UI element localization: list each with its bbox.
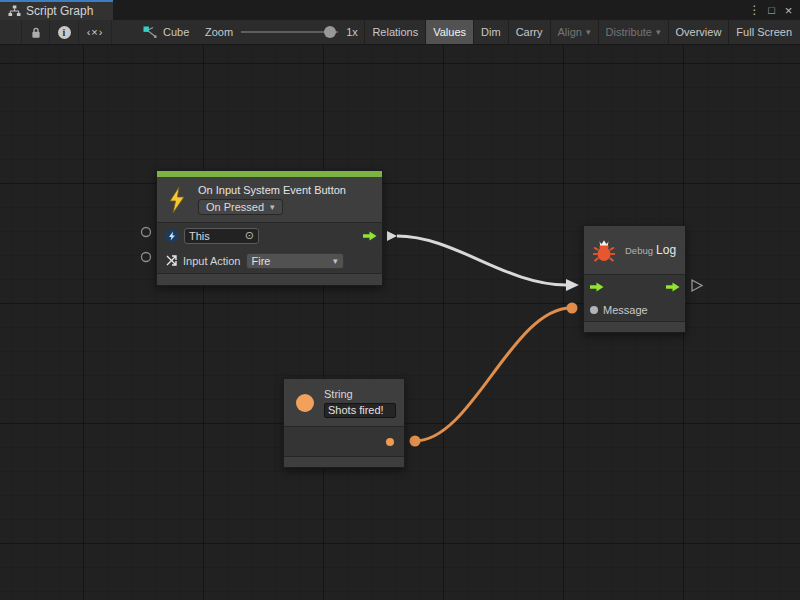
event-state-dropdown[interactable]: On Pressed ▾ bbox=[198, 199, 283, 215]
debug-node-header: Debug Log bbox=[584, 226, 685, 274]
align-button[interactable]: Align▾ bbox=[550, 20, 598, 44]
string-node-title: String bbox=[324, 388, 396, 400]
flow-output-port[interactable] bbox=[363, 231, 377, 241]
fullscreen-button[interactable]: Full Screen bbox=[728, 20, 799, 44]
zoom-value: 1x bbox=[346, 26, 358, 38]
overview-button[interactable]: Overview bbox=[668, 20, 729, 44]
event-action-port[interactable] bbox=[142, 253, 151, 262]
carry-button[interactable]: Carry bbox=[508, 20, 550, 44]
string-type-icon bbox=[296, 394, 314, 412]
string-value-input[interactable] bbox=[324, 403, 396, 418]
value-wire-start[interactable] bbox=[410, 436, 421, 447]
message-input-port[interactable] bbox=[590, 306, 598, 314]
flow-wire bbox=[397, 236, 566, 285]
lightning-bolt-icon bbox=[167, 186, 187, 214]
dim-button[interactable]: Dim bbox=[473, 20, 508, 44]
self-icon bbox=[165, 229, 179, 243]
tab-title: Script Graph bbox=[26, 4, 93, 18]
event-target-port[interactable] bbox=[142, 228, 151, 237]
tab-script-graph[interactable]: Script Graph bbox=[0, 0, 113, 20]
flow-wire-start[interactable] bbox=[387, 231, 397, 241]
chevron-down-icon: ▾ bbox=[656, 27, 661, 37]
toolbar-toggles: Relations Values Dim Carry Align▾ Distri… bbox=[364, 20, 799, 44]
zoom-control: Zoom 1x bbox=[205, 20, 358, 44]
value-wire-end[interactable] bbox=[567, 303, 578, 314]
debug-node-footer bbox=[584, 321, 685, 332]
graph-node-icon bbox=[143, 26, 157, 38]
event-node-footer bbox=[157, 273, 382, 285]
flow-output-port[interactable] bbox=[666, 282, 680, 292]
window-controls: ⋮ □ × bbox=[747, 0, 796, 20]
breadcrumb-cube[interactable]: Cube bbox=[137, 20, 195, 44]
lock-button[interactable] bbox=[21, 20, 50, 44]
object-picker-icon[interactable]: ⊙ bbox=[245, 229, 254, 242]
tab-bar: Script Graph ⋮ □ × bbox=[0, 0, 800, 20]
event-node-body: This ⊙ Input Action Fire bbox=[157, 223, 382, 273]
node-debug-log[interactable]: Debug Log Message bbox=[583, 225, 686, 333]
relations-button[interactable]: Relations bbox=[364, 20, 425, 44]
maximize-button[interactable]: □ bbox=[764, 4, 779, 16]
event-node-header: On Input System Event Button On Pressed … bbox=[157, 177, 382, 222]
zoom-slider-handle[interactable] bbox=[324, 26, 336, 38]
bug-icon bbox=[592, 238, 616, 263]
info-icon: i bbox=[58, 26, 71, 39]
string-node-header: String bbox=[284, 379, 404, 426]
inspector-button[interactable]: i bbox=[50, 20, 79, 44]
event-action-row: Input Action Fire ▾ bbox=[157, 248, 382, 273]
debug-node-category: Debug bbox=[625, 245, 653, 256]
node-string-literal[interactable]: String bbox=[283, 378, 405, 468]
flow-wire-end-arrow[interactable] bbox=[566, 279, 579, 291]
zoom-label: Zoom bbox=[205, 26, 233, 38]
lock-icon bbox=[30, 26, 42, 39]
values-button[interactable]: Values bbox=[425, 20, 473, 44]
graph-toolbar: i ‹×› Cube Zoom 1x Relations Values bbox=[0, 20, 800, 45]
code-preview-button[interactable]: ‹×› bbox=[79, 20, 112, 44]
string-output-port[interactable] bbox=[386, 438, 394, 446]
message-label: Message bbox=[603, 304, 648, 316]
event-target-row: This ⊙ bbox=[157, 223, 382, 248]
string-node-body bbox=[284, 427, 404, 456]
graph-canvas[interactable]: On Input System Event Button On Pressed … bbox=[0, 45, 800, 600]
debug-message-row: Message bbox=[584, 298, 685, 321]
input-action-label: Input Action bbox=[183, 255, 241, 267]
script-graph-icon bbox=[8, 5, 21, 17]
debug-flow-row bbox=[584, 275, 685, 298]
input-action-dropdown[interactable]: Fire ▾ bbox=[246, 253, 344, 269]
code-icon: ‹×› bbox=[87, 26, 104, 38]
zoom-slider[interactable] bbox=[241, 20, 338, 44]
debug-node-name: Log bbox=[656, 243, 676, 257]
chevron-down-icon: ▾ bbox=[270, 202, 275, 212]
chevron-down-icon: ▾ bbox=[333, 256, 338, 266]
debug-node-body: Message bbox=[584, 275, 685, 321]
node-on-input-system-event-button[interactable]: On Input System Event Button On Pressed … bbox=[156, 170, 383, 286]
string-node-footer bbox=[284, 456, 404, 467]
input-action-icon bbox=[165, 254, 178, 267]
breadcrumb-label: Cube bbox=[163, 26, 189, 38]
unity-visual-scripting-window: Script Graph ⋮ □ × i ‹×› bbox=[0, 0, 800, 600]
target-object-field[interactable]: This ⊙ bbox=[184, 228, 259, 244]
close-button[interactable]: × bbox=[781, 3, 796, 18]
distribute-button[interactable]: Distribute▾ bbox=[598, 20, 668, 44]
event-node-title: On Input System Event Button bbox=[198, 184, 346, 196]
window-menu-button[interactable]: ⋮ bbox=[747, 3, 762, 17]
chevron-down-icon: ▾ bbox=[586, 27, 591, 37]
debug-flow-out-port[interactable] bbox=[692, 280, 702, 291]
value-wire bbox=[415, 308, 571, 441]
flow-input-port[interactable] bbox=[590, 282, 604, 292]
